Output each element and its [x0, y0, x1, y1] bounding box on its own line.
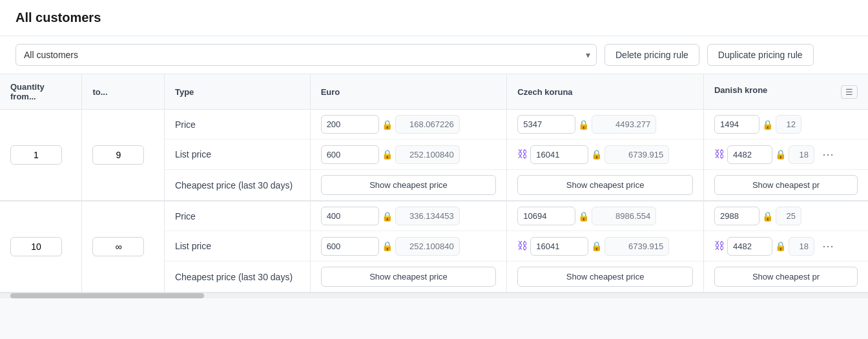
duplicate-pricing-rule-button[interactable]: Duplicate pricing rule — [707, 44, 814, 66]
dkk-main-input[interactable] — [714, 207, 760, 225]
lock-icon[interactable]: 🔒 — [762, 211, 773, 221]
link-icon[interactable]: ⛓ — [714, 240, 725, 252]
czk-cell: 🔒 — [507, 201, 704, 231]
dkk-cell: ⛓ 🔒 ⋯ — [703, 231, 868, 262]
show-cheapest-czk-button[interactable]: Show cheapest price — [517, 175, 693, 195]
type-cell: Cheapest price (last 30 days) — [164, 262, 310, 293]
table-row: Price 🔒 🔒 🔒 — [0, 201, 868, 231]
euro-cell: 🔒 — [310, 110, 507, 139]
type-cell: List price — [164, 139, 310, 170]
lock-icon[interactable]: 🔒 — [578, 119, 589, 130]
lock-icon[interactable]: 🔒 — [591, 149, 602, 159]
column-menu-button[interactable]: ☰ — [841, 85, 858, 99]
dkk-computed-input — [789, 237, 814, 256]
qty-to-cell — [82, 201, 165, 293]
dkk-computed-input — [789, 145, 814, 164]
dkk-computed-input — [776, 115, 801, 134]
euro-cell: 🔒 — [310, 231, 507, 262]
show-cheapest-czk-button[interactable]: Show cheapest price — [517, 267, 693, 287]
pricing-table: Quantity from... to... Type Euro Czech k… — [0, 74, 868, 293]
euro-cell: Show cheapest price — [310, 262, 507, 293]
link-icon[interactable]: ⛓ — [714, 149, 725, 160]
euro-cell: Show cheapest price — [310, 170, 507, 201]
lock-icon[interactable]: 🔒 — [578, 211, 589, 221]
lock-icon[interactable]: 🔒 — [382, 149, 393, 159]
col-header-dkk: Danish krone ☰ — [703, 74, 868, 110]
czk-computed-input — [592, 207, 656, 225]
czk-cell: Show cheapest price — [507, 170, 704, 201]
dkk-main-input[interactable] — [727, 237, 772, 256]
scrollbar-thumb[interactable] — [10, 293, 204, 298]
czk-computed-input — [604, 237, 669, 256]
lock-icon[interactable]: 🔒 — [382, 241, 393, 251]
euro-main-input[interactable] — [321, 207, 379, 225]
customer-select-wrapper: All customers ▾ — [16, 44, 597, 66]
qty-to-input[interactable] — [92, 145, 144, 165]
lock-icon[interactable]: 🔒 — [762, 119, 773, 130]
dkk-cell: 🔒 — [703, 110, 868, 139]
link-icon[interactable]: ⛓ — [517, 149, 528, 160]
dkk-cell: 🔒 — [703, 201, 868, 231]
show-cheapest-euro-button[interactable]: Show cheapest price — [321, 175, 497, 195]
page-title: All customers — [16, 10, 852, 25]
show-cheapest-euro-button[interactable]: Show cheapest price — [321, 267, 497, 287]
lock-icon[interactable]: 🔒 — [382, 119, 393, 130]
dkk-cell: Show cheapest pr — [703, 262, 868, 293]
qty-from-input[interactable] — [10, 145, 62, 165]
type-cell: Price — [164, 110, 310, 139]
row-options-button[interactable]: ⋯ — [817, 236, 839, 256]
col-header-czk: Czech koruna — [507, 74, 704, 110]
lock-icon[interactable]: 🔒 — [775, 149, 786, 159]
dkk-computed-input — [776, 207, 801, 225]
lock-icon[interactable]: 🔒 — [382, 211, 393, 221]
dkk-cell: Show cheapest pr — [703, 170, 868, 201]
czk-cell: Show cheapest price — [507, 262, 704, 293]
type-cell: List price — [164, 231, 310, 262]
dkk-main-input[interactable] — [727, 145, 772, 164]
lock-icon[interactable]: 🔒 — [591, 241, 602, 251]
euro-computed-input — [395, 115, 460, 134]
dkk-main-input[interactable] — [714, 115, 760, 134]
czk-cell: ⛓ 🔒 — [507, 231, 704, 262]
euro-cell: 🔒 — [310, 139, 507, 170]
euro-main-input[interactable] — [321, 145, 379, 164]
type-cell: Cheapest price (last 30 days) — [164, 170, 310, 201]
table-row: Price 🔒 🔒 🔒 — [0, 110, 868, 139]
qty-from-cell — [0, 201, 82, 293]
show-cheapest-dkk-button[interactable]: Show cheapest pr — [714, 267, 858, 287]
show-cheapest-dkk-button[interactable]: Show cheapest pr — [714, 175, 858, 195]
czk-cell: ⛓ 🔒 — [507, 139, 704, 170]
euro-computed-input — [395, 145, 460, 164]
czk-main-input[interactable] — [530, 145, 588, 164]
horizontal-scrollbar[interactable] — [0, 293, 868, 298]
delete-pricing-rule-button[interactable]: Delete pricing rule — [604, 44, 699, 66]
lock-icon[interactable]: 🔒 — [775, 241, 786, 251]
czk-computed-input — [592, 115, 656, 134]
link-icon[interactable]: ⛓ — [517, 240, 528, 252]
qty-from-input[interactable] — [10, 237, 62, 256]
euro-computed-input — [395, 237, 460, 256]
euro-main-input[interactable] — [321, 115, 379, 134]
type-cell: Price — [164, 201, 310, 231]
customer-select[interactable]: All customers — [16, 44, 597, 66]
pricing-table-container: Quantity from... to... Type Euro Czech k… — [0, 74, 868, 293]
czk-cell: 🔒 — [507, 110, 704, 139]
dkk-cell: ⛓ 🔒 ⋯ — [703, 139, 868, 170]
col-header-euro: Euro — [310, 74, 507, 110]
qty-from-cell — [0, 110, 82, 201]
col-header-type: Type — [164, 74, 310, 110]
czk-main-input[interactable] — [517, 115, 575, 134]
czk-main-input[interactable] — [530, 237, 588, 256]
euro-main-input[interactable] — [321, 237, 379, 256]
czk-computed-input — [604, 145, 669, 164]
qty-to-input[interactable] — [92, 237, 144, 256]
euro-computed-input — [395, 207, 460, 225]
euro-cell: 🔒 — [310, 201, 507, 231]
row-options-button[interactable]: ⋯ — [817, 145, 839, 164]
col-header-qty-to: to... — [82, 74, 165, 110]
qty-to-cell — [82, 110, 165, 201]
col-header-qty-from: Quantity from... — [0, 74, 82, 110]
czk-main-input[interactable] — [517, 207, 575, 225]
